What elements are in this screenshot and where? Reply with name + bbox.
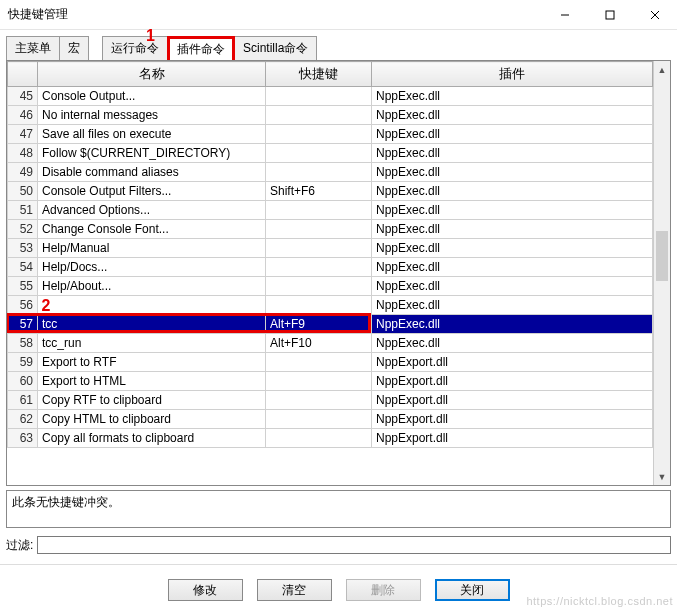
cell-shortcut [266,277,372,296]
cell-name: tcc_run [38,334,266,353]
conflict-message-box: 此条无快捷键冲突。 [6,490,671,528]
col-header-rownum[interactable] [8,62,38,87]
cell-shortcut [266,106,372,125]
tab-run-commands[interactable]: 运行命令 [102,36,168,60]
cell-plugin: NppExec.dll [372,296,653,315]
cell-name: Follow $(CURRENT_DIRECTORY) [38,144,266,163]
titlebar: 快捷键管理 [0,0,677,30]
cell-rownum: 49 [8,163,38,182]
scroll-up-icon[interactable]: ▲ [654,61,670,78]
table-row[interactable]: 48Follow $(CURRENT_DIRECTORY)NppExec.dll [8,144,653,163]
vertical-scrollbar[interactable]: ▲ ▼ [653,61,670,485]
cell-shortcut [266,87,372,106]
col-header-plugin[interactable]: 插件 [372,62,653,87]
cell-plugin: NppExec.dll [372,258,653,277]
cell-name: Help/Manual [38,239,266,258]
table-row[interactable]: 52Change Console Font...NppExec.dll [8,220,653,239]
tab-main-menu[interactable]: 主菜单 [6,36,60,60]
cell-rownum: 63 [8,429,38,448]
filter-row: 过滤: [6,536,671,554]
table-row[interactable]: 53Help/ManualNppExec.dll [8,239,653,258]
cell-plugin: NppExec.dll [372,220,653,239]
cell-name: Help/About... [38,277,266,296]
close-button[interactable] [632,0,677,30]
cell-plugin: NppExec.dll [372,163,653,182]
cell-plugin: NppExec.dll [372,277,653,296]
cell-shortcut: Alt+F9 [266,315,372,334]
table-row[interactable]: 59Export to RTFNppExport.dll [8,353,653,372]
cell-shortcut [266,239,372,258]
shortcut-table-container: 名称 快捷键 插件 45Console Output...NppExec.dll… [6,60,671,486]
cell-shortcut [266,296,372,315]
table-row[interactable]: 51Advanced Options...NppExec.dll [8,201,653,220]
tab-bar: 主菜单 宏 运行命令 插件命令 Scintilla命令 [0,30,677,60]
cell-shortcut: Alt+F10 [266,334,372,353]
table-row[interactable]: 63Copy all formats to clipboardNppExport… [8,429,653,448]
minimize-button[interactable] [542,0,587,30]
table-row[interactable]: 56NppExec.dll [8,296,653,315]
cell-name: Change Console Font... [38,220,266,239]
button-row: 修改 清空 删除 关闭 [0,564,677,609]
clear-button[interactable]: 清空 [257,579,332,601]
cell-plugin: NppExport.dll [372,391,653,410]
cell-name: Save all files on execute [38,125,266,144]
cell-rownum: 52 [8,220,38,239]
cell-rownum: 59 [8,353,38,372]
cell-name: Copy RTF to clipboard [38,391,266,410]
table-row[interactable]: 54Help/Docs...NppExec.dll [8,258,653,277]
col-header-shortcut[interactable]: 快捷键 [266,62,372,87]
delete-button[interactable]: 删除 [346,579,421,601]
cell-plugin: NppExec.dll [372,87,653,106]
cell-plugin: NppExport.dll [372,353,653,372]
close-dialog-button[interactable]: 关闭 [435,579,510,601]
table-row[interactable]: 45Console Output...NppExec.dll [8,87,653,106]
filter-label: 过滤: [6,537,33,554]
cell-name: Export to HTML [38,372,266,391]
cell-shortcut [266,258,372,277]
cell-rownum: 60 [8,372,38,391]
cell-shortcut [266,201,372,220]
cell-plugin: NppExport.dll [372,372,653,391]
table-row[interactable]: 47Save all files on executeNppExec.dll [8,125,653,144]
table-scroll-area: 名称 快捷键 插件 45Console Output...NppExec.dll… [7,61,653,485]
cell-rownum: 62 [8,410,38,429]
table-row[interactable]: 49Disable command aliasesNppExec.dll [8,163,653,182]
filter-input[interactable] [37,536,671,554]
table-row[interactable]: 50Console Output Filters...Shift+F6NppEx… [8,182,653,201]
cell-rownum: 56 [8,296,38,315]
cell-rownum: 47 [8,125,38,144]
cell-rownum: 45 [8,87,38,106]
table-row[interactable]: 62Copy HTML to clipboardNppExport.dll [8,410,653,429]
cell-name: Copy all formats to clipboard [38,429,266,448]
table-row[interactable]: 46No internal messagesNppExec.dll [8,106,653,125]
scroll-thumb[interactable] [656,231,668,281]
cell-rownum: 50 [8,182,38,201]
modify-button[interactable]: 修改 [168,579,243,601]
cell-rownum: 61 [8,391,38,410]
cell-shortcut [266,220,372,239]
cell-name: Help/Docs... [38,258,266,277]
cell-shortcut [266,144,372,163]
cell-rownum: 57 [8,315,38,334]
tab-macro[interactable]: 宏 [59,36,89,60]
col-header-name[interactable]: 名称 [38,62,266,87]
table-row[interactable]: 58tcc_runAlt+F10NppExec.dll [8,334,653,353]
shortcut-table: 名称 快捷键 插件 45Console Output...NppExec.dll… [7,61,653,448]
cell-name: Advanced Options... [38,201,266,220]
cell-name: tcc [38,315,266,334]
scroll-down-icon[interactable]: ▼ [654,468,670,485]
table-row[interactable]: 57tccAlt+F9NppExec.dll [8,315,653,334]
cell-shortcut [266,163,372,182]
tab-plugin-commands[interactable]: 插件命令 [167,36,235,60]
maximize-button[interactable] [587,0,632,30]
tab-scintilla-commands[interactable]: Scintilla命令 [234,36,317,60]
cell-plugin: NppExec.dll [372,334,653,353]
table-row[interactable]: 61Copy RTF to clipboardNppExport.dll [8,391,653,410]
cell-shortcut [266,410,372,429]
table-row[interactable]: 60Export to HTMLNppExport.dll [8,372,653,391]
cell-shortcut [266,391,372,410]
cell-shortcut [266,429,372,448]
cell-rownum: 46 [8,106,38,125]
table-row[interactable]: 55Help/About...NppExec.dll [8,277,653,296]
cell-rownum: 54 [8,258,38,277]
